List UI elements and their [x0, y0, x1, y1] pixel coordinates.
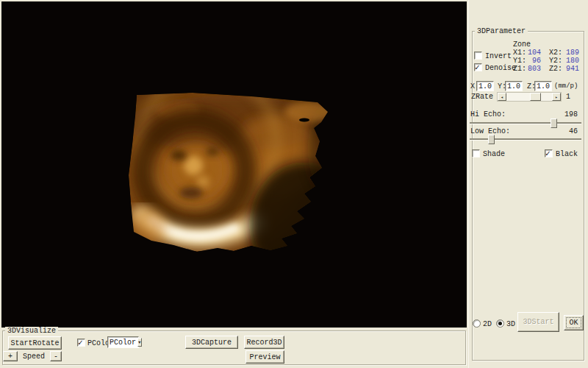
3dstart-button[interactable]: 3DStart — [517, 312, 559, 332]
mode-3d-radio[interactable] — [496, 319, 504, 328]
start-rotate-button[interactable]: StartRotate — [8, 336, 62, 350]
mode-3d-label: 3D — [506, 320, 515, 328]
parameter-panel: 3DParameter Invert Denoise Zone X1: 104 … — [468, 0, 588, 368]
black-label: Black — [556, 150, 578, 158]
zone-z2-value: 941 — [554, 65, 579, 73]
shade-checkbox[interactable] — [472, 149, 480, 158]
shade-label: Shade — [483, 150, 505, 158]
zone-y2-value: 180 — [554, 57, 579, 65]
preview-button[interactable]: Preview — [245, 350, 284, 364]
zrate-left-arrow-icon[interactable]: ◂ — [498, 93, 506, 101]
mode-2d-label: 2D — [483, 320, 492, 328]
speed-label: Speed — [23, 353, 45, 361]
denoise-checkbox[interactable] — [474, 63, 482, 71]
visualize-panel-title: 3DVisualize — [5, 327, 58, 335]
invert-checkbox[interactable] — [474, 52, 482, 60]
zone-x1-value: 104 — [519, 49, 541, 57]
x-scale-input[interactable] — [476, 81, 494, 91]
parameter-panel-title: 3DParameter — [475, 27, 528, 35]
speed-minus-button[interactable]: - — [50, 351, 62, 361]
z-scale-input[interactable] — [534, 81, 552, 91]
render-viewport[interactable] — [1, 1, 467, 328]
zrate-right-arrow-icon[interactable]: ▸ — [552, 93, 561, 101]
speed-plus-button[interactable]: + — [3, 351, 18, 361]
app-window: { "window": { "background_color": "#ece9… — [0, 0, 588, 368]
zrate-scrollbar-thumb[interactable] — [530, 93, 541, 101]
record3d-button[interactable]: Record3D — [244, 336, 284, 349]
low-echo-slider-thumb[interactable] — [488, 135, 495, 144]
zrate-label: ZRate — [471, 93, 493, 101]
pcolor-checkbox[interactable] — [77, 339, 85, 347]
zrate-scrollbar[interactable]: ◂ ▸ — [497, 92, 562, 102]
invert-label: Invert — [485, 52, 512, 60]
visualize-panel: 3DVisualize StartRotate + Speed - PColor… — [0, 328, 468, 368]
y-scale-input[interactable] — [505, 81, 523, 91]
hi-echo-slider-track[interactable] — [470, 122, 581, 124]
low-echo-slider-track[interactable] — [470, 138, 581, 141]
black-checkbox[interactable] — [545, 149, 553, 158]
zone-x2-value: 189 — [554, 49, 579, 57]
mode-2d-radio[interactable] — [473, 319, 481, 328]
ok-button[interactable]: OK — [564, 315, 584, 330]
zrate-value: 1 — [566, 93, 570, 101]
pcolor-select[interactable]: PColor ▼ — [107, 336, 139, 348]
pcolor-select-value: PColor — [108, 339, 137, 347]
zone-y1-value: 96 — [519, 57, 541, 65]
hi-echo-value: 198 — [542, 110, 578, 118]
denoise-label: Denoise — [485, 64, 516, 72]
hi-echo-label: Hi Echo: — [470, 110, 506, 118]
ultrasound-render — [1, 1, 467, 328]
pcolor-select-arrow-icon[interactable]: ▼ — [137, 338, 142, 347]
zone-z1-value: 803 — [519, 65, 541, 73]
zone-label: Zone — [513, 40, 531, 49]
scale-unit-label: (mm/p) — [554, 82, 578, 91]
low-echo-value: 46 — [542, 127, 578, 135]
3dcapture-button[interactable]: 3DCapture — [185, 336, 238, 349]
